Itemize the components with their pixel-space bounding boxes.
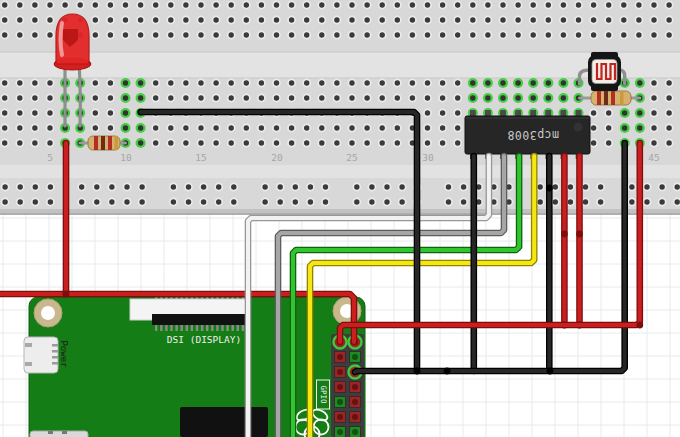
breadboard-hole <box>47 140 52 145</box>
breadboard-hole <box>606 17 611 22</box>
breadboard-hole <box>651 95 656 100</box>
breadboard-hole <box>47 110 52 115</box>
led-highlight <box>61 23 63 55</box>
breadboard-hole <box>153 2 158 7</box>
breadboard-hole <box>123 110 128 115</box>
breadboard-hole <box>33 184 38 189</box>
breadboard-hole <box>637 125 642 130</box>
breadboard-hole <box>637 80 642 85</box>
breadboard-hole <box>364 80 369 85</box>
breadboard-hole <box>485 17 490 22</box>
breadboard-hole <box>568 184 573 189</box>
breadboard-hole <box>666 17 671 22</box>
breadboard-hole <box>93 80 98 85</box>
breadboard-hole <box>354 184 359 189</box>
dsi-pin <box>216 325 218 331</box>
gpio-pin <box>337 369 343 375</box>
breadboard-hole <box>380 140 385 145</box>
breadboard-channel <box>0 52 680 78</box>
dsi-label: DSI (DISPLAY) <box>167 334 241 345</box>
breadboard-hole <box>139 184 144 189</box>
breadboard-hole <box>32 110 37 115</box>
breadboard-hole <box>538 199 543 204</box>
breadboard-hole <box>289 17 294 22</box>
breadboard-hole <box>455 140 460 145</box>
breadboard-hole <box>48 184 53 189</box>
dsi-pin <box>186 325 188 331</box>
power-port-pin <box>52 350 58 353</box>
breadboard-hole <box>380 80 385 85</box>
dsi-pin <box>201 325 203 331</box>
wire-junction <box>547 368 554 375</box>
resistor-band <box>597 91 601 105</box>
breadboard-hole <box>259 32 264 37</box>
dsi-pin <box>191 325 193 331</box>
breadboard-hole <box>274 32 279 37</box>
breadboard-hole <box>644 184 649 189</box>
breadboard-hole <box>395 140 400 145</box>
red-wire-chip-vref[interactable] <box>561 156 568 328</box>
breadboard-hole <box>651 125 656 130</box>
breadboard-hole <box>186 199 191 204</box>
breadboard-hole <box>666 110 671 115</box>
breadboard-hole <box>629 184 634 189</box>
breadboard-hole <box>651 17 656 22</box>
breadboard-hole <box>470 17 475 22</box>
breadboard-hole <box>546 80 551 85</box>
breadboard-hole <box>440 140 445 145</box>
breadboard-hole <box>93 2 98 7</box>
breadboard-hole <box>364 140 369 145</box>
breadboard-hole <box>289 125 294 130</box>
dsi-pin <box>155 325 157 331</box>
breadboard-hole <box>17 95 22 100</box>
breadboard-hole <box>636 2 641 7</box>
black-wire-chip-agnd[interactable] <box>546 156 553 371</box>
breadboard-hole <box>274 2 279 7</box>
breadboard-hole <box>153 125 158 130</box>
mcp3008-chip[interactable]: mcp3008 <box>465 110 590 159</box>
breadboard-column-label: 30 <box>422 152 434 163</box>
breadboard-hole <box>425 110 430 115</box>
breadboard-hole <box>304 17 309 22</box>
breadboard-hole <box>546 2 551 7</box>
breadboard-hole <box>109 199 114 204</box>
breadboard-hole <box>47 125 52 130</box>
breadboard-hole <box>198 95 203 100</box>
breadboard-hole <box>319 32 324 37</box>
breadboard-hole <box>78 2 83 7</box>
breadboard-hole <box>229 2 234 7</box>
breadboard-hole <box>32 2 37 7</box>
breadboard-hole <box>395 80 400 85</box>
breadboard-hole <box>108 2 113 7</box>
breadboard-hole <box>651 32 656 37</box>
breadboard-hole <box>278 184 283 189</box>
breadboard-hole <box>410 80 415 85</box>
breadboard-hole <box>108 125 113 130</box>
breadboard-hole <box>461 184 466 189</box>
breadboard-hole <box>349 2 354 7</box>
breadboard-hole <box>47 95 52 100</box>
breadboard-hole <box>198 2 203 7</box>
breadboard-hole <box>334 32 339 37</box>
dsi-connector-slot <box>152 314 247 325</box>
red-wire-chip-vdd[interactable] <box>576 156 583 328</box>
breadboard-hole <box>183 17 188 22</box>
dsi-pin <box>165 325 167 331</box>
dsi-pin <box>226 325 228 331</box>
resistor-band <box>604 91 608 105</box>
breadboard-hole <box>606 32 611 37</box>
breadboard-hole <box>410 95 415 100</box>
gpio-pin <box>337 429 343 435</box>
breadboard-hole <box>62 2 67 7</box>
breadboard-hole <box>369 199 374 204</box>
breadboard-hole <box>2 199 7 204</box>
wire-junction <box>546 185 553 192</box>
breadboard-hole <box>2 125 7 130</box>
breadboard-hole <box>274 95 279 100</box>
breadboard-hole <box>546 17 551 22</box>
breadboard-hole <box>32 17 37 22</box>
breadboard-hole <box>425 140 430 145</box>
raspberry-pi-board[interactable]: PowerDSI (DISPLAY)GPIO <box>24 295 365 437</box>
power-port-tab <box>25 343 32 347</box>
resistor-band <box>94 136 98 150</box>
